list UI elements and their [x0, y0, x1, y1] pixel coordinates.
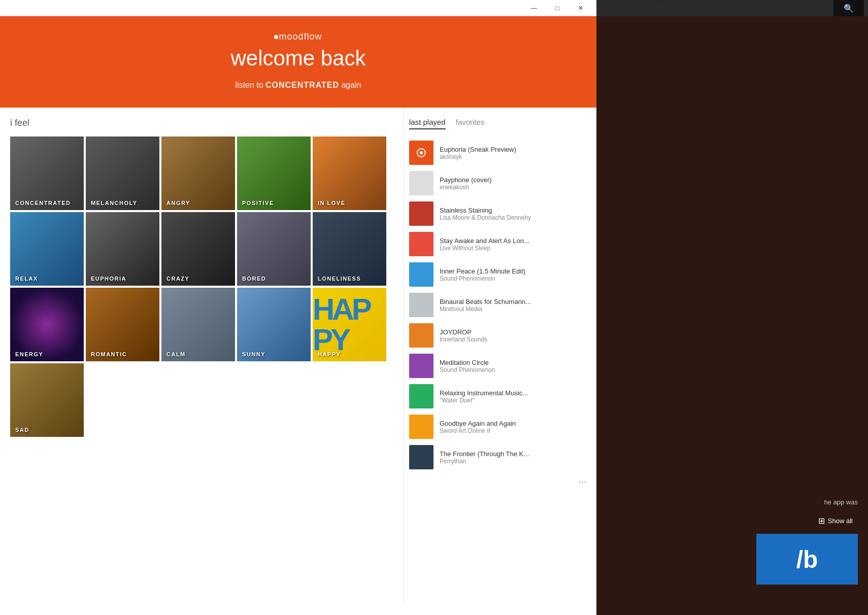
track-thumb-t4: [409, 232, 433, 256]
sidebar-tabs: last played favorites: [409, 118, 586, 129]
mood-tile-sunny[interactable]: SUNNY: [237, 288, 311, 361]
app-title-bar: — □ ✕: [0, 0, 596, 16]
subtitle-mood[interactable]: CONCENTRATED: [265, 81, 339, 89]
mood-tile-bg-romantic: [86, 288, 159, 361]
track-artist-t7: Innerland Sounds: [440, 336, 586, 343]
mood-tile-happy[interactable]: HAP PYHAPPY: [313, 288, 386, 361]
track-item-t2[interactable]: Payphone (cover)eriekakosh: [409, 168, 586, 198]
mood-tile-loneliness[interactable]: LONELINESS: [313, 212, 386, 286]
subtitle-pre: listen to: [235, 81, 265, 89]
track-item-t4[interactable]: Stay Awake and Alert As Lon...Live Witho…: [409, 229, 586, 259]
sidebar-footer: ···: [409, 472, 586, 491]
track-info-t8: Meditation CircleSound Phenomenon: [440, 359, 586, 373]
bg-maximize-btn[interactable]: □: [624, 0, 647, 16]
close-btn[interactable]: ✕: [569, 0, 592, 16]
track-thumb-t3: [409, 201, 433, 226]
hero-banner: moodflow welcome back listen to CONCENTR…: [0, 16, 596, 108]
track-info-t11: The Frontier (Through The K...Perrythan: [440, 450, 586, 465]
minimize-btn[interactable]: —: [522, 0, 546, 16]
track-thumb-t6: [409, 293, 433, 317]
mood-tile-label-relax: RELAX: [15, 276, 38, 282]
mood-section: i feel CONCENTRATEDMELANCHOLYANGRYPOSITI…: [0, 108, 404, 605]
mood-tile-bg-angry: [161, 136, 235, 210]
mood-tile-bored[interactable]: BORED: [237, 212, 311, 286]
track-artist-t8: Sound Phenomenon: [440, 366, 586, 373]
bg-close-btn[interactable]: ✕: [647, 0, 671, 16]
mood-tile-label-melancholy: MELANCHOLY: [91, 200, 138, 206]
track-artist-t9: "Water Duet": [440, 397, 586, 404]
right-sidebar: last played favorites Euphoria (Sneak Pr…: [404, 108, 596, 605]
svg-point-1: [420, 151, 423, 154]
subtitle-post: again: [339, 81, 361, 89]
mood-tile-inlove[interactable]: IN LOVE: [313, 136, 386, 210]
mood-tile-sad[interactable]: SAD: [10, 363, 84, 437]
mood-section-title: i feel: [10, 118, 393, 128]
bg-search-area[interactable]: 🔍: [833, 0, 864, 16]
mood-tile-label-euphoria: EUPHORIA: [91, 276, 126, 282]
track-title-t8: Meditation Circle: [440, 359, 586, 366]
track-title-t2: Payphone (cover): [440, 176, 586, 184]
mood-tile-euphoria[interactable]: EUPHORIA: [86, 212, 159, 286]
mood-tile-label-sunny: SUNNY: [242, 351, 265, 357]
track-item-t9[interactable]: Relaxing Instrumental Music..."Water Due…: [409, 381, 586, 412]
show-all-label[interactable]: Show all: [828, 517, 853, 525]
background-app-panel: — □ ✕ 🔍 he app was ⊞ Show all /b: [596, 0, 868, 615]
track-thumb-t11: [409, 445, 433, 469]
track-item-t8[interactable]: Meditation CircleSound Phenomenon: [409, 351, 586, 381]
mood-tile-calm[interactable]: CALM: [161, 288, 235, 361]
tab-last-played[interactable]: last played: [409, 118, 446, 129]
track-item-t3[interactable]: Stainless StainingLisa Moore & Donnacha …: [409, 198, 586, 229]
mood-grid: CONCENTRATEDMELANCHOLYANGRYPOSITIVEIN LO…: [10, 136, 393, 437]
track-info-t4: Stay Awake and Alert As Lon...Live Witho…: [440, 237, 586, 252]
show-all-button[interactable]: /b: [756, 534, 858, 585]
show-all-row: ⊞ Show all: [818, 516, 858, 526]
track-thumb-t5: [409, 262, 433, 287]
track-item-t1[interactable]: Euphoria (Sneak Preview)akshayk: [409, 138, 586, 168]
maximize-btn[interactable]: □: [546, 0, 569, 16]
tab-favorites[interactable]: favorites: [456, 118, 485, 129]
mood-tile-label-happy: HAPPY: [318, 351, 341, 357]
track-info-t2: Payphone (cover)eriekakosh: [440, 176, 586, 191]
track-item-t10[interactable]: Goodbye Again and AgainSword Art Online …: [409, 412, 586, 442]
mood-tile-bg-relax: [10, 212, 84, 286]
mood-tile-label-calm: CALM: [166, 351, 186, 357]
track-item-t6[interactable]: Binaural Beats for Schumann...Mindsoul M…: [409, 290, 586, 320]
mood-tile-crazy[interactable]: CRAZY: [161, 212, 235, 286]
welcome-title: welcome back: [10, 46, 586, 71]
mood-tile-romantic[interactable]: ROMANTIC: [86, 288, 159, 361]
track-item-t11[interactable]: The Frontier (Through The K...Perrythan: [409, 442, 586, 472]
track-list: Euphoria (Sneak Preview)akshaykPayphone …: [409, 138, 586, 472]
track-title-t1: Euphoria (Sneak Preview): [440, 146, 586, 153]
track-thumb-t1: [409, 141, 433, 165]
track-artist-t4: Live Without Sleep: [440, 245, 586, 252]
mood-tile-melancholy[interactable]: MELANCHOLY: [86, 136, 159, 210]
mood-tile-positive[interactable]: POSITIVE: [237, 136, 311, 210]
track-info-t7: JOYDROPInnerland Sounds: [440, 328, 586, 343]
mood-tile-bg-positive: [237, 136, 311, 210]
mood-tile-bg-sunny: [237, 288, 311, 361]
track-thumb-t8: [409, 354, 433, 378]
mood-tile-bg-bored: [237, 212, 311, 286]
track-thumb-t9: [409, 384, 433, 408]
background-title-bar: — □ ✕ 🔍: [596, 0, 868, 16]
mood-tile-concentrated[interactable]: CONCENTRATED: [10, 136, 84, 210]
track-item-t5[interactable]: Inner Peace (1.5 Minute Edit)Sound Pheno…: [409, 259, 586, 290]
mood-tile-label-concentrated: CONCENTRATED: [15, 200, 71, 206]
track-item-t7[interactable]: JOYDROPInnerland Sounds: [409, 320, 586, 351]
mood-tile-angry[interactable]: ANGRY: [161, 136, 235, 210]
track-artist-t3: Lisa Moore & Donnacha Dennehy: [440, 214, 586, 221]
track-artist-t6: Mindsoul Media: [440, 305, 586, 313]
mood-tile-energy[interactable]: ENERGY: [10, 288, 84, 361]
mood-tile-bg-calm: [161, 288, 235, 361]
track-artist-t1: akshayk: [440, 153, 586, 160]
mood-tile-bg-melancholy: [86, 136, 159, 210]
mood-tile-relax[interactable]: RELAX: [10, 212, 84, 286]
mood-tile-bg-sad: [10, 363, 84, 437]
more-options-btn[interactable]: ···: [579, 476, 586, 487]
bg-minimize-btn[interactable]: —: [600, 0, 624, 16]
mood-tile-bg-concentrated: [10, 136, 84, 210]
track-title-t11: The Frontier (Through The K...: [440, 450, 586, 458]
mood-tile-bg-happy: HAP PY: [313, 288, 386, 361]
app-logo: moodflow: [10, 31, 586, 42]
main-app-window: — □ ✕ moodflow welcome back listen to CO…: [0, 0, 596, 615]
